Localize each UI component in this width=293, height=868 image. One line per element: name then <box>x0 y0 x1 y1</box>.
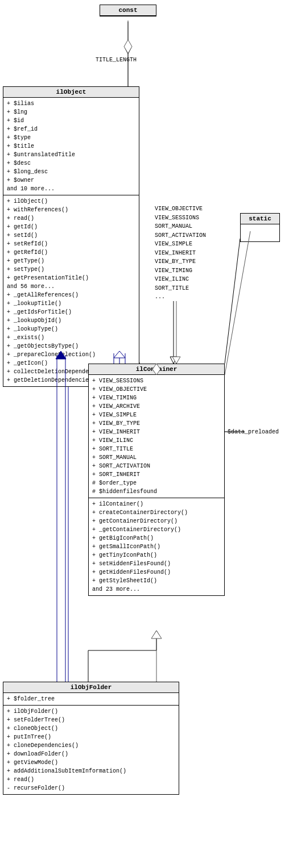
ilContainer-box: ilContainer + VIEW_SESSIONS + VIEW_OBJEC… <box>88 364 225 596</box>
svg-marker-39 <box>172 357 180 364</box>
static-body <box>241 224 279 241</box>
const-header: const <box>100 5 156 16</box>
enum-values-list: VIEW_OBJECTIVE VIEW_SESSIONS SORT_MANUAL… <box>155 205 206 302</box>
svg-line-20 <box>225 239 240 364</box>
ilObjFolder-methods: + ilObjFolder() + setFolderTree() + clon… <box>3 706 179 794</box>
static-box: static <box>240 213 280 242</box>
diagram-container: const TITLE_LENGTH ilObject + $ilias + $… <box>0 0 293 868</box>
ilObjFolder-header: ilObjFolder <box>3 682 179 693</box>
svg-marker-32 <box>151 631 162 639</box>
static-header: static <box>241 214 279 224</box>
ilObjFolder-attributes: + $folder_tree <box>3 693 179 706</box>
svg-marker-14 <box>152 631 160 637</box>
svg-marker-1 <box>125 43 131 54</box>
ilContainer-header: ilContainer <box>89 364 224 375</box>
ilObjFolder-box: ilObjFolder + $folder_tree + ilObjFolder… <box>3 682 179 795</box>
ilObject-attributes: + $ilias + $lng + $id + $ref_id + $type … <box>3 98 139 195</box>
ilContainer-methods: + ilContainer() + createContainerDirecto… <box>89 498 224 595</box>
ilObject-header: ilObject <box>3 87 139 98</box>
title-length-label: TITLE_LENGTH <box>96 57 137 63</box>
ilObject-box: ilObject + $ilias + $lng + $id + $ref_id… <box>3 86 139 387</box>
svg-line-40 <box>225 231 250 375</box>
ilObject-methods: + ilObject() + withReferences() + read()… <box>3 195 139 386</box>
svg-marker-23 <box>124 40 132 53</box>
svg-marker-19 <box>170 357 177 364</box>
const-box: const <box>100 5 156 16</box>
ilContainer-attributes: + VIEW_SESSIONS + VIEW_OBJECTIVE + VIEW_… <box>89 375 224 498</box>
data-preloaded-label: $data_preloaded <box>228 429 279 435</box>
